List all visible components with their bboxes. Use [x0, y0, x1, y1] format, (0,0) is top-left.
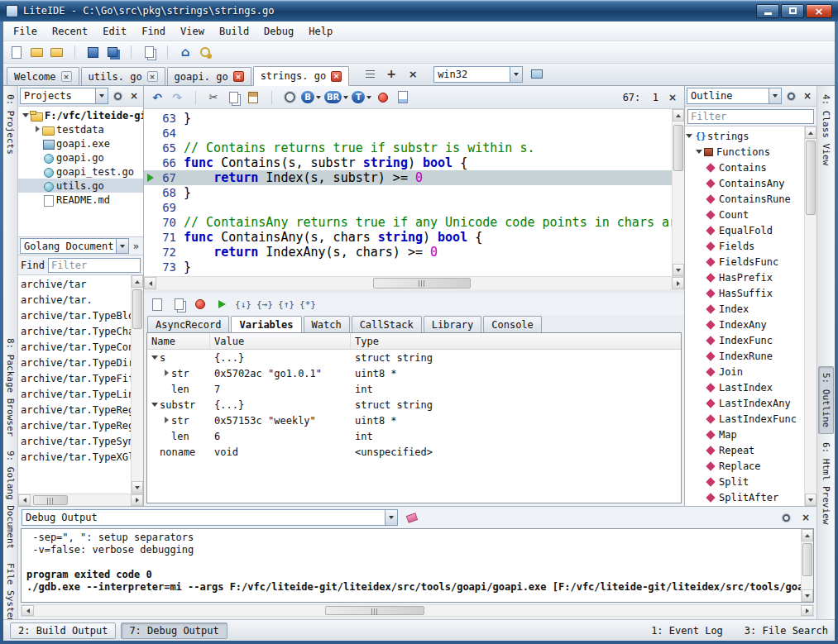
tab-close-button[interactable]: × [233, 71, 244, 82]
menu-item[interactable]: Edit [95, 23, 134, 40]
doc-list-item[interactable]: archive/tar.TypeReg [18, 402, 131, 417]
menu-item[interactable]: Find [134, 23, 173, 40]
step-over-button[interactable] [256, 295, 274, 313]
scroll-up-button[interactable] [673, 109, 684, 122]
variable-row[interactable]: len 7 int [147, 381, 681, 397]
tree-expander-icon[interactable] [33, 153, 42, 162]
column-header[interactable]: Type [351, 333, 681, 349]
menu-item[interactable]: Build [212, 23, 256, 40]
output-toggle-button[interactable]: 7: Debug Output [121, 623, 227, 639]
column-header[interactable]: Name [147, 333, 210, 349]
dock-tab[interactable]: File System [3, 557, 17, 619]
document-tab[interactable]: goapi. go × [167, 67, 251, 85]
run-to-line-button[interactable] [299, 295, 317, 313]
save-all-button[interactable] [103, 43, 122, 61]
debug-record-button[interactable] [374, 88, 392, 107]
scroll-down-button[interactable] [805, 494, 816, 506]
scrollbar-thumb[interactable] [132, 289, 142, 329]
scrollbar-track[interactable] [802, 541, 813, 589]
show-log-button[interactable] [148, 295, 166, 313]
scrollbar-track[interactable] [156, 277, 672, 289]
debug-tab[interactable]: CallStack [352, 316, 422, 332]
panel-settings-button[interactable] [783, 88, 798, 103]
stop-debug-button[interactable] [191, 295, 209, 313]
scrollbar-thumb[interactable] [325, 606, 424, 615]
minimize-button[interactable] [756, 4, 779, 18]
output-toggle-button[interactable]: 1: Event Log [651, 625, 723, 637]
outline-view-select[interactable]: Outline [687, 88, 782, 104]
scroll-down-button[interactable] [132, 481, 143, 494]
document-tab[interactable]: utils. go × [81, 67, 165, 85]
debug-tab[interactable]: AsyncRecord [147, 316, 229, 332]
edit-breakpoints-button[interactable] [170, 295, 188, 313]
document-tab[interactable]: strings. go × [253, 66, 349, 86]
variable-row[interactable]: substr {...} struct string [147, 397, 681, 413]
scroll-left-button[interactable] [18, 494, 31, 506]
export-button[interactable] [394, 88, 412, 107]
outline-function-item[interactable]: Contains [685, 160, 804, 175]
vertical-scrollbar[interactable] [672, 109, 684, 276]
target-select[interactable]: win32 [433, 66, 523, 83]
build-config-button[interactable] [280, 88, 299, 107]
close-file-button[interactable] [140, 43, 158, 61]
doc-list-item[interactable]: archive/tar.TypeFifo [18, 370, 131, 386]
outline-function-item[interactable]: SplitAfter [685, 489, 804, 505]
outline-function-item[interactable]: IndexAny [685, 317, 804, 332]
tree-expander-icon[interactable] [33, 167, 42, 176]
vertical-scrollbar[interactable] [131, 275, 143, 494]
scroll-left-button[interactable] [144, 277, 156, 289]
scroll-right-button[interactable] [801, 605, 813, 616]
step-out-button[interactable] [277, 295, 295, 313]
dock-tab[interactable]: 6: Html Preview [819, 436, 833, 530]
debug-tab[interactable]: Console [483, 316, 542, 332]
variable-row[interactable]: s {...} struct string [147, 350, 681, 365]
tree-expander-icon[interactable] [151, 447, 160, 456]
dock-tab[interactable]: 5: Outline [818, 366, 834, 434]
debug-tab[interactable]: Variables [231, 316, 301, 332]
panel-settings-button[interactable] [778, 510, 793, 525]
scroll-up-button[interactable] [805, 126, 816, 139]
doc-list-item[interactable]: archive/tar.TypeRegA [18, 417, 131, 433]
close-editor-button[interactable] [404, 64, 422, 83]
project-tree-item[interactable]: testdata [18, 122, 143, 136]
doc-list-item[interactable]: archive/tar. [18, 292, 131, 308]
tree-expander-icon[interactable] [695, 147, 704, 156]
outline-function-item[interactable]: FieldsFunc [685, 254, 804, 270]
scrollbar-thumb[interactable] [806, 141, 816, 215]
redo-button[interactable] [168, 88, 186, 107]
tree-expander-icon[interactable] [33, 125, 42, 134]
doc-list-item[interactable]: archive/tar [18, 276, 131, 292]
combo-dropdown-button[interactable] [116, 239, 128, 253]
outline-tree[interactable]: {} strings Functions [685, 126, 804, 506]
dock-tab[interactable]: 8: Package Browser [3, 332, 17, 442]
panel-settings-button[interactable] [110, 88, 125, 103]
project-tree-item[interactable]: goapi.exe [18, 136, 143, 150]
open-file-button[interactable] [27, 43, 45, 61]
outline-function-item[interactable]: Map [685, 427, 804, 442]
dock-tab[interactable]: 4: Class View [819, 88, 833, 171]
scroll-up-button[interactable] [802, 529, 813, 541]
menu-item[interactable]: File [6, 23, 45, 40]
outline-filter-input[interactable] [687, 109, 814, 124]
tree-expander-icon[interactable] [151, 400, 160, 409]
project-tree-item[interactable]: goapi.go [18, 150, 143, 165]
tab-close-button[interactable]: × [61, 71, 72, 82]
scrollbar-track[interactable] [805, 139, 816, 494]
outline-function-item[interactable]: Join [685, 364, 804, 379]
debug-tab[interactable]: Library [424, 316, 482, 332]
session-button[interactable] [196, 43, 214, 61]
outline-group-item[interactable]: Functions [685, 144, 804, 160]
code-editor[interactable]: 63}6465// Contains returns true if subst… [144, 109, 684, 276]
scrollbar-track[interactable] [132, 288, 143, 481]
combo-dropdown-button[interactable] [769, 88, 781, 103]
step-into-button[interactable] [234, 295, 252, 313]
menu-item[interactable]: Help [301, 23, 340, 40]
outline-function-item[interactable]: Count [685, 207, 804, 222]
close-button[interactable]: × [806, 4, 832, 18]
variable-row[interactable]: len 6 int [147, 428, 681, 444]
project-tree-item[interactable]: README.md [18, 193, 143, 207]
scrollbar-thumb[interactable] [802, 543, 812, 576]
undo-button[interactable] [148, 88, 166, 107]
project-tree-item[interactable]: utils.go [18, 179, 143, 193]
doc-list-item[interactable]: archive/tar.TypeChar [18, 323, 131, 339]
